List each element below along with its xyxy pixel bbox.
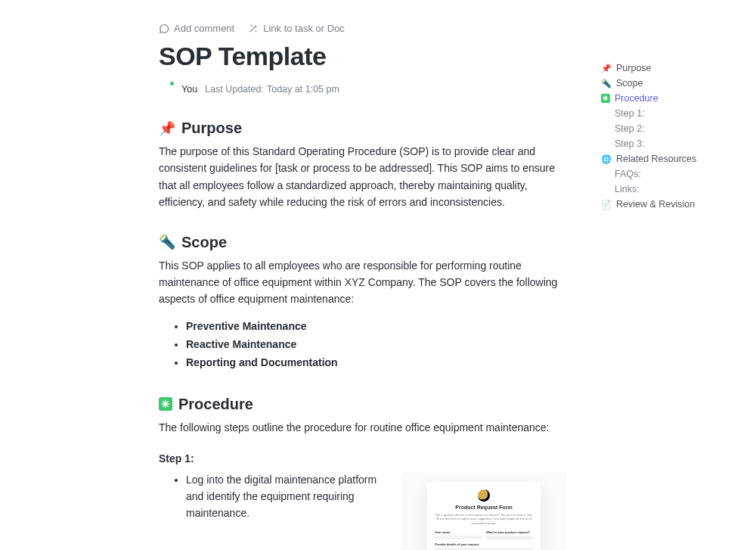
outline-item-purpose[interactable]: 📌 Purpose xyxy=(601,61,726,76)
pushpin-icon: 📌 xyxy=(159,120,175,137)
form-blurb: Got a product idea for a new product or … xyxy=(435,513,533,526)
pushpin-icon: 📌 xyxy=(601,64,612,73)
outline-item-label: Scope xyxy=(616,78,643,89)
form-preview-image: Product Request Form Got a product idea … xyxy=(401,472,567,550)
list-item: Preventive Maintenance xyxy=(186,320,567,332)
outline-item-label: Purpose xyxy=(616,63,652,73)
link-task-label: Link to task or Doc xyxy=(263,23,345,34)
asterisk-icon: ✳ xyxy=(159,397,172,411)
flashlight-icon: 🔦 xyxy=(159,234,175,250)
section-procedure-intro: The following steps outline the procedur… xyxy=(159,419,567,436)
form-logo-icon xyxy=(478,489,490,502)
outline-item-links[interactable]: Links: xyxy=(601,182,726,197)
section-scope-heading: 🔦 Scope xyxy=(159,234,567,251)
outline-item-review[interactable]: 📄 Review & Revision xyxy=(601,197,726,212)
form-card: Product Request Form Got a product idea … xyxy=(427,482,541,550)
list-item: Log into the digital maintenance platfor… xyxy=(186,472,380,521)
list-item: Reactive Maintenance xyxy=(186,338,567,350)
outline-item-label: Related Resources xyxy=(616,154,696,164)
form-field-row: Your name What is your product request? xyxy=(435,530,533,539)
outline-item-related[interactable]: 🌐 Related Resources xyxy=(601,151,726,166)
outline-item-label: Step 2: xyxy=(615,123,645,134)
link-task-button[interactable]: Link to task or Doc xyxy=(248,23,345,34)
outline-item-label: Procedure xyxy=(615,93,658,104)
step1-row: Log into the digital maintenance platfor… xyxy=(159,472,567,550)
form-field: Your name xyxy=(435,530,482,539)
section-purpose-title: Purpose xyxy=(181,120,242,137)
page-icon: 📄 xyxy=(601,200,612,210)
scope-list: Preventive Maintenance Reactive Maintena… xyxy=(159,320,567,368)
flashlight-icon: 🔦 xyxy=(601,79,612,89)
globe-icon: 🌐 xyxy=(601,154,612,164)
outline-item-label: Links: xyxy=(615,184,640,194)
section-scope-body: This SOP applies to all employees who ar… xyxy=(159,257,567,308)
outline-item-procedure[interactable]: ✳ Procedure xyxy=(601,91,726,106)
form-field-input xyxy=(435,536,482,539)
form-field-label: Your name xyxy=(435,530,482,534)
section-scope-title: Scope xyxy=(181,234,227,251)
outline-item-label: Step 3: xyxy=(615,138,645,149)
form-field-input xyxy=(435,548,533,550)
form-field-input xyxy=(486,536,533,539)
section-procedure-title: Procedure xyxy=(178,396,253,413)
outline-item-faqs[interactable]: FAQs: xyxy=(601,166,726,182)
doc-title: SOP Template xyxy=(159,42,567,71)
outline-item-label: Review & Revision xyxy=(616,199,695,210)
step1-list: Log into the digital maintenance platfor… xyxy=(159,472,380,521)
add-comment-label: Add comment xyxy=(174,23,234,34)
comment-icon xyxy=(159,23,169,34)
wand-icon xyxy=(248,23,259,34)
outline-item-scope[interactable]: 🔦 Scope xyxy=(601,76,726,91)
outline-item-step2[interactable]: Step 2: xyxy=(601,121,726,136)
avatar-status-dot xyxy=(169,81,175,86)
doc-meta: You Last Updated: Today at 1:05 pm xyxy=(159,82,567,97)
document-main: Add comment Link to task or Doc SOP Temp… xyxy=(159,0,567,550)
form-field-label: Provide details of your request xyxy=(435,542,533,546)
section-purpose-heading: 📌 Purpose xyxy=(159,120,567,137)
outline-item-label: Step 1: xyxy=(615,108,645,119)
form-field: Provide details of your request xyxy=(435,542,533,550)
outline-item-label: FAQs: xyxy=(615,169,641,179)
topbar: Add comment Link to task or Doc xyxy=(159,23,567,34)
section-procedure-heading: ✳ Procedure xyxy=(159,396,567,413)
form-title: Product Request Form xyxy=(435,505,533,510)
updated-label: Last Updated: xyxy=(205,84,264,95)
updated-value: Today at 1:05 pm xyxy=(267,84,339,95)
outline-item-step1[interactable]: Step 1: xyxy=(601,106,726,121)
step1-heading: Step 1: xyxy=(159,452,567,465)
section-purpose-body: The purpose of this Standard Operating P… xyxy=(159,143,567,211)
outline-item-step3[interactable]: Step 3: xyxy=(601,136,726,151)
avatar[interactable] xyxy=(159,82,174,97)
asterisk-icon: ✳ xyxy=(601,94,610,103)
outline: 📌 Purpose 🔦 Scope ✳ Procedure Step 1: St… xyxy=(601,61,726,212)
form-field-label: What is your product request? xyxy=(486,530,533,534)
add-comment-button[interactable]: Add comment xyxy=(159,23,234,34)
list-item: Reporting and Documentation xyxy=(186,356,567,368)
form-field: What is your product request? xyxy=(486,530,533,539)
author-label: You xyxy=(181,84,197,95)
